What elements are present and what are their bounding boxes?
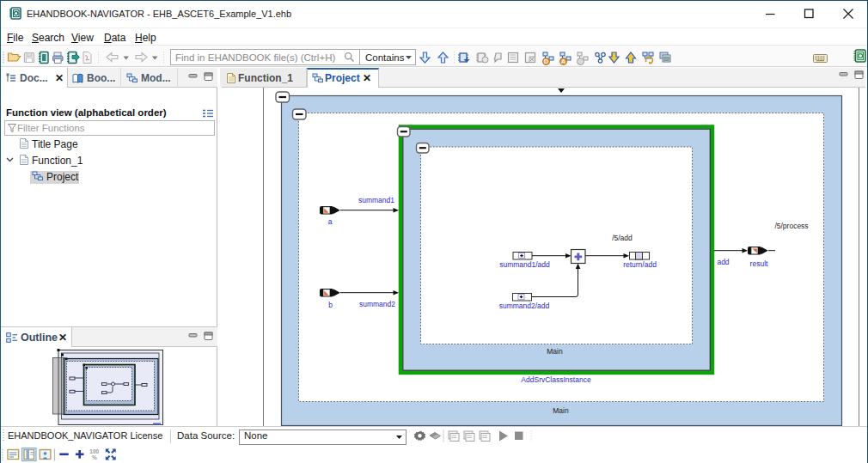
svg-text:Main: Main — [553, 406, 569, 415]
svg-text:Main: Main — [547, 347, 563, 356]
svg-text:summand2: summand2 — [359, 300, 395, 308]
svg-text:return/add: return/add — [623, 260, 657, 269]
svg-text:result: result — [750, 259, 768, 268]
svg-text:summand1: summand1 — [358, 196, 394, 204]
svg-text:A: A — [561, 58, 566, 65]
svg-text:add: add — [717, 258, 729, 266]
svg-text:a: a — [328, 217, 333, 226]
svg-text:AddSrvClassInstance: AddSrvClassInstance — [521, 375, 591, 384]
svg-text:D: D — [544, 58, 549, 65]
svg-text:summand1/add: summand1/add — [499, 260, 550, 269]
svg-text:/5/process: /5/process — [774, 222, 808, 230]
svg-text:/5/add: /5/add — [612, 234, 633, 242]
svg-text:summand2/add: summand2/add — [499, 302, 550, 310]
svg-text:100: 100 — [89, 448, 99, 454]
svg-text:b: b — [328, 301, 333, 309]
svg-text:%: % — [92, 454, 97, 460]
